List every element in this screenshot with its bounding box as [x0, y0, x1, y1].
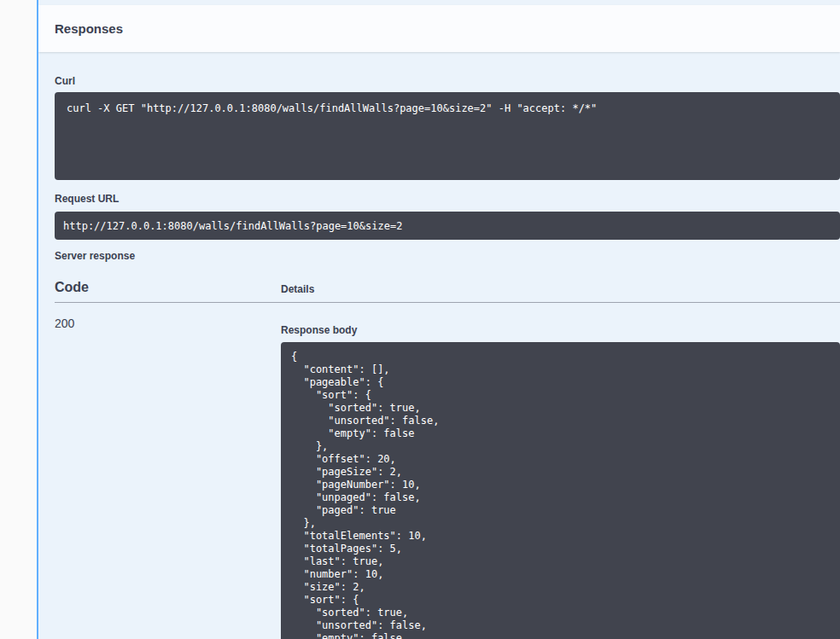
response-details-cell: Response body { "content": [], "pageable… — [281, 303, 840, 639]
code-column-header: Code — [55, 279, 281, 303]
table-header-row: Code Details — [55, 279, 840, 303]
response-body-label: Response body — [281, 325, 840, 336]
curl-command-text[interactable]: curl -X GET "http://127.0.0.1:8080/walls… — [55, 92, 840, 125]
opblock-body: Curl curl -X GET "http://127.0.0.1:8080/… — [38, 52, 840, 639]
response-body-json[interactable]: { "content": [], "pageable": { "sort": {… — [281, 342, 840, 639]
details-column-header: Details — [281, 279, 840, 303]
response-status-code: 200 — [55, 303, 281, 639]
responses-section-header: Responses — [38, 5, 840, 52]
response-row-200: 200 Response body { "content": [], "page… — [55, 303, 840, 639]
response-body-block[interactable]: { "content": [], "pageable": { "sort": {… — [281, 342, 840, 639]
opblock-get-responses-section: Responses Curl curl -X GET "http://127.0… — [37, 0, 840, 639]
server-response-label: Server response — [55, 251, 840, 262]
server-response-table-head: Code Details — [55, 279, 840, 303]
curl-command-block[interactable]: curl -X GET "http://127.0.0.1:8080/walls… — [55, 92, 840, 180]
curl-label: Curl — [55, 76, 840, 87]
responses-title: Responses — [55, 21, 123, 36]
request-url-block: http://127.0.0.1:8080/walls/findAllWalls… — [55, 212, 840, 240]
server-response-table-body: 200 Response body { "content": [], "page… — [55, 303, 840, 639]
swagger-ui-page: Responses Curl curl -X GET "http://127.0… — [0, 0, 840, 639]
request-url-label: Request URL — [55, 194, 840, 205]
request-url-text: http://127.0.0.1:8080/walls/findAllWalls… — [55, 212, 840, 240]
server-response-table: Code Details 200 Response body { "conten… — [55, 279, 840, 639]
